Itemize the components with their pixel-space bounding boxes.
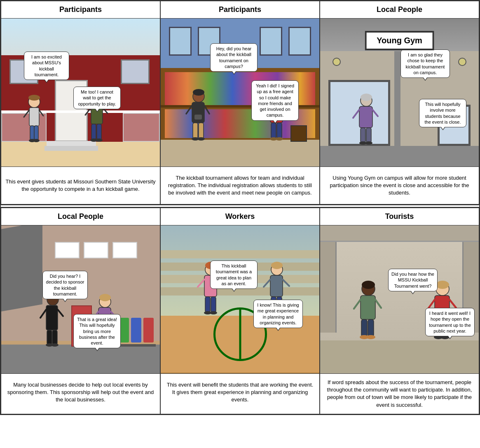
storyboard: Participants <box>0 0 480 415</box>
svg-point-54 <box>51 343 59 347</box>
cell-2-image: Hey, did you hear about the kickball tou… <box>161 19 319 167</box>
svg-rect-42 <box>361 128 365 143</box>
cell-1-header: Participants <box>1 1 160 19</box>
svg-line-23 <box>204 106 209 114</box>
bubble-2-1: Hey, did you hear about the kickball tou… <box>210 43 258 72</box>
svg-point-27 <box>197 137 205 141</box>
svg-point-36 <box>276 137 283 141</box>
bubble-6-2: I heard it went well! I hope they open t… <box>425 308 475 336</box>
cell-6-caption: If word spreads about the success of the… <box>320 374 479 414</box>
svg-rect-70 <box>211 297 216 312</box>
cell-5-caption: This event will benefit the students tha… <box>161 374 319 411</box>
svg-rect-39 <box>359 106 372 128</box>
bubble-1-1: I am so excited about MSSU's kickball to… <box>24 52 69 80</box>
svg-rect-34 <box>277 123 282 138</box>
cell-3-image: Young Gym I am so glad they <box>320 19 479 167</box>
cell-1-caption: This event gives students at Missouri So… <box>1 167 160 204</box>
cell-4-image: Did you hear? I decided to sponsor the k… <box>1 225 160 374</box>
cell-4: Local People <box>1 208 160 414</box>
cell-1: Participants <box>1 1 160 204</box>
cell-3-caption: Using Young Gym on campus will allow for… <box>320 167 479 204</box>
cell-2-header: Participants <box>161 1 319 19</box>
svg-line-94 <box>428 300 435 309</box>
svg-line-86 <box>375 300 381 308</box>
bubble-2-2: Yeah I did! I signed up as a free agent … <box>251 80 299 121</box>
cell-3-header: Local People <box>320 1 479 19</box>
bubble-4-2: That is a great idea! This will hopefull… <box>73 314 121 348</box>
svg-point-56 <box>99 294 111 301</box>
svg-rect-52 <box>52 330 57 345</box>
svg-line-3 <box>24 110 29 117</box>
character-5 <box>353 93 380 147</box>
cell-2-caption: The kickball tournament allows for team … <box>161 167 319 204</box>
svg-point-1 <box>28 95 40 101</box>
svg-rect-69 <box>205 297 210 312</box>
svg-line-41 <box>372 110 378 116</box>
cell-1-image: I am so excited about MSSU's kickball to… <box>1 19 160 167</box>
svg-line-50 <box>58 310 63 316</box>
svg-point-38 <box>361 94 372 101</box>
svg-point-45 <box>365 141 372 145</box>
svg-line-95 <box>450 300 456 308</box>
cell-5-image: This kickball tournament was a great ide… <box>161 225 319 374</box>
svg-rect-5 <box>30 126 34 140</box>
svg-point-83 <box>362 281 375 289</box>
svg-rect-48 <box>46 305 58 330</box>
cell-5: Workers <box>160 208 320 414</box>
svg-rect-24 <box>193 123 198 138</box>
svg-rect-33 <box>271 123 276 138</box>
svg-line-22 <box>186 106 192 114</box>
character-3 <box>185 89 212 143</box>
svg-point-19 <box>193 89 204 96</box>
cell-6: Tourists <box>320 208 479 414</box>
svg-line-49 <box>40 310 46 318</box>
svg-line-67 <box>198 279 204 287</box>
cell-6-image: Did you hear how the MSSU Kickball Tourn… <box>320 225 479 374</box>
svg-line-77 <box>283 279 289 286</box>
character-6 <box>40 292 65 348</box>
cell-3: Local People Young Gym <box>320 1 479 204</box>
svg-rect-20 <box>192 102 204 123</box>
bubble-6-1: Did you hear how the MSSU Kickball Tourn… <box>388 269 438 291</box>
svg-rect-43 <box>366 128 371 143</box>
svg-point-92 <box>436 281 449 289</box>
svg-line-85 <box>354 300 361 309</box>
svg-point-17 <box>95 138 103 142</box>
svg-line-4 <box>39 110 43 116</box>
svg-rect-84 <box>361 296 375 319</box>
svg-point-90 <box>366 335 375 339</box>
svg-point-8 <box>33 139 40 142</box>
svg-rect-21 <box>194 115 202 120</box>
svg-rect-2 <box>29 108 39 126</box>
bubble-3-1: I am so glad they chose to keep the kick… <box>400 49 450 78</box>
bubble-1-2: Me too! I cannot wait to get the opportu… <box>73 87 121 109</box>
cell-2: Participants <box>160 1 320 204</box>
svg-rect-51 <box>47 330 52 345</box>
cell-4-caption: Many local businesses decide to help out… <box>1 374 160 411</box>
row-separator <box>1 204 479 208</box>
bubble-4-1: Did you hear? I decided to sponsor the k… <box>42 271 88 299</box>
cell-5-header: Workers <box>161 208 319 225</box>
svg-rect-75 <box>270 275 283 297</box>
character-10 <box>353 281 384 342</box>
svg-rect-15 <box>97 124 101 140</box>
svg-rect-6 <box>34 126 38 140</box>
cell-6-header: Tourists <box>320 208 479 225</box>
cell-4-header: Local People <box>1 208 160 225</box>
svg-rect-88 <box>368 319 374 337</box>
bubble-3-2: This will hopefully involve more student… <box>419 99 466 127</box>
bubble-5-1: This kickball tournament was a great ide… <box>210 260 258 289</box>
svg-line-40 <box>353 110 359 118</box>
gym-sign: Young Gym <box>365 31 434 50</box>
svg-rect-14 <box>91 124 96 140</box>
bubble-5-2: I know! This is giving me great experien… <box>253 300 303 328</box>
svg-line-76 <box>264 279 270 287</box>
svg-rect-25 <box>199 123 204 138</box>
svg-point-72 <box>210 311 217 314</box>
character-1 <box>22 94 47 144</box>
svg-point-74 <box>271 262 283 269</box>
svg-rect-87 <box>361 319 367 337</box>
